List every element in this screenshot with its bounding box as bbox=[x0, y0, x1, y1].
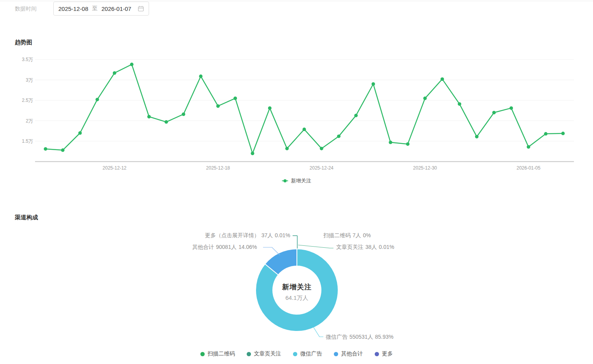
legend-dot-icon bbox=[247, 352, 251, 356]
data-point[interactable] bbox=[440, 77, 444, 81]
data-point[interactable] bbox=[527, 145, 530, 149]
x-axis-tick-label: 2026-01-05 bbox=[517, 165, 541, 171]
analytics-page: 数据时间 2025-12-08 至 2026-01-07 趋势图 渠道构成 1.… bbox=[0, 0, 593, 364]
callout-others-total: 其他合计90081人14.06% bbox=[192, 244, 257, 251]
data-point[interactable] bbox=[251, 152, 254, 155]
data-point[interactable] bbox=[372, 82, 375, 86]
trend-legend-label: 新增关注 bbox=[291, 177, 311, 184]
legend-dot-icon bbox=[334, 352, 338, 356]
data-point[interactable] bbox=[216, 104, 220, 108]
legend-label: 更多 bbox=[382, 350, 393, 357]
channel-legend-item[interactable]: 扫描二维码 bbox=[200, 350, 235, 357]
data-point[interactable] bbox=[354, 114, 358, 117]
data-point[interactable] bbox=[61, 149, 65, 152]
x-axis-tick-label: 2025-12-24 bbox=[310, 165, 334, 171]
channel-legend: 扫描二维码文章页关注微信广告其他合计更多 bbox=[0, 350, 593, 357]
callout-line-article bbox=[298, 245, 333, 248]
channel-legend-item[interactable]: 其他合计 bbox=[334, 350, 363, 357]
donut-center-label: 新增关注 64.1万人 bbox=[282, 282, 312, 302]
data-point[interactable] bbox=[337, 135, 340, 138]
data-point[interactable] bbox=[182, 112, 185, 116]
data-point[interactable] bbox=[492, 111, 496, 114]
data-point[interactable] bbox=[544, 132, 547, 136]
donut-center-title: 新增关注 bbox=[282, 282, 312, 292]
legend-dot-icon bbox=[293, 352, 297, 356]
legend-dot-icon bbox=[200, 352, 205, 356]
data-point[interactable] bbox=[130, 63, 133, 66]
data-point[interactable] bbox=[113, 71, 116, 75]
data-point[interactable] bbox=[268, 106, 272, 110]
trend-line-series[interactable] bbox=[46, 65, 563, 154]
callout-article-follow: 文章页关注38人0.01% bbox=[336, 244, 394, 251]
data-point[interactable] bbox=[406, 142, 409, 146]
x-axis-tick-label: 2025-12-30 bbox=[413, 165, 437, 171]
legend-label: 文章页关注 bbox=[254, 350, 281, 357]
data-point[interactable] bbox=[199, 75, 203, 78]
data-point[interactable] bbox=[233, 96, 237, 100]
trend-chart[interactable]: 1.5万2万2.5万3万3.5万2025-12-122025-12-182025… bbox=[22, 57, 574, 171]
channel-legend-item[interactable]: 微信广告 bbox=[293, 350, 322, 357]
callout-scan-qrcode: 扫描二维码7人0% bbox=[323, 232, 371, 239]
data-point[interactable] bbox=[78, 131, 82, 135]
data-point[interactable] bbox=[285, 147, 289, 150]
data-point[interactable] bbox=[561, 132, 565, 135]
data-point[interactable] bbox=[509, 106, 513, 110]
line-series-marker-icon bbox=[282, 178, 288, 184]
y-axis-tick-label: 2.5万 bbox=[22, 98, 33, 103]
donut-center-value: 64.1万人 bbox=[282, 294, 312, 302]
x-axis-tick-label: 2025-12-12 bbox=[103, 165, 127, 171]
y-axis-tick-label: 2万 bbox=[26, 118, 33, 124]
callout-more[interactable]: 更多（点击展开详情）37人0.01% bbox=[205, 232, 290, 239]
legend-label: 微信广告 bbox=[300, 350, 322, 357]
x-axis-tick-label: 2025-12-18 bbox=[206, 165, 230, 171]
legend-label: 扫描二维码 bbox=[208, 350, 235, 357]
data-point[interactable] bbox=[302, 128, 306, 131]
channel-legend-item[interactable]: 更多 bbox=[375, 350, 393, 357]
data-point[interactable] bbox=[475, 135, 479, 138]
legend-label: 其他合计 bbox=[341, 350, 363, 357]
data-point[interactable] bbox=[165, 120, 168, 124]
y-axis-tick-label: 1.5万 bbox=[22, 138, 33, 144]
callout-line-wechat-ad bbox=[314, 327, 323, 337]
data-point[interactable] bbox=[389, 141, 392, 144]
callout-wechat-ad: 微信广告550531人85.93% bbox=[326, 334, 393, 341]
data-point[interactable] bbox=[44, 147, 47, 150]
y-axis-tick-label: 3万 bbox=[26, 77, 33, 83]
channel-legend-item[interactable]: 文章页关注 bbox=[247, 350, 281, 357]
data-point[interactable] bbox=[458, 102, 461, 106]
data-point[interactable] bbox=[320, 147, 323, 150]
trend-legend-item[interactable]: 新增关注 bbox=[282, 177, 311, 184]
data-point[interactable] bbox=[423, 96, 427, 100]
legend-dot-icon bbox=[375, 352, 379, 356]
y-axis-tick-label: 3.5万 bbox=[22, 57, 33, 62]
data-point[interactable] bbox=[147, 115, 151, 119]
callout-line-more-scan bbox=[293, 236, 297, 248]
data-point[interactable] bbox=[96, 98, 99, 101]
